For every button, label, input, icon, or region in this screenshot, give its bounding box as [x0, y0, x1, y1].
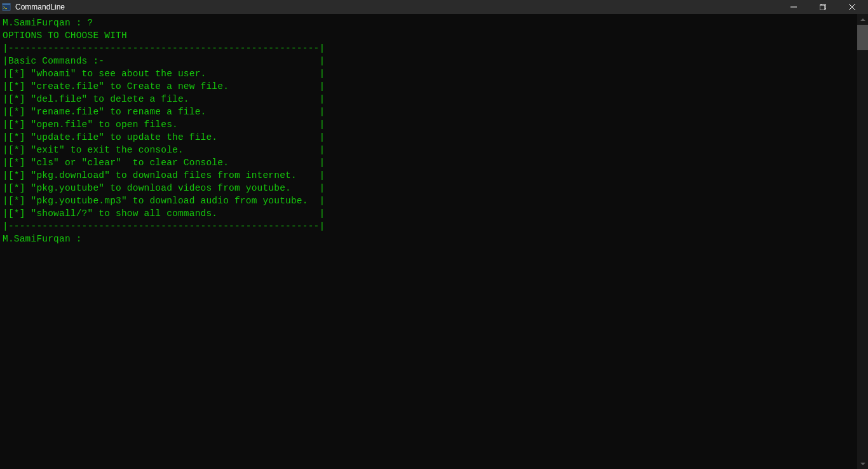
command-line: |[*] "pkg.youtube.mp3" to download audio… — [3, 196, 325, 206]
section-title: |Basic Commands :- | — [3, 56, 325, 66]
svg-rect-1 — [3, 4, 10, 5]
app-icon — [1, 2, 11, 12]
scroll-up-button[interactable] — [857, 14, 868, 25]
window-title: CommandLine — [15, 3, 65, 11]
minimize-button[interactable] — [779, 0, 808, 14]
window-titlebar: CommandLine — [0, 0, 868, 14]
vertical-scrollbar[interactable] — [857, 14, 868, 469]
prompt-line-1: M.SamiFurqan : ? — [3, 18, 93, 28]
command-line: |[*] "rename.file" to rename a file. | — [3, 107, 325, 117]
options-header: OPTIONS TO CHOOSE WITH — [3, 31, 127, 41]
scroll-thumb[interactable] — [857, 25, 868, 50]
command-line: |[*] "del.file" to delete a file. | — [3, 94, 325, 104]
command-line: |[*] "pkg.youtube" to download videos fr… — [3, 183, 325, 193]
command-line: |[*] "whoami" to see about the user. | — [3, 69, 325, 79]
command-line: |[*] "showall/?" to show all commands. | — [3, 208, 325, 219]
command-line: |[*] "open.file" to open files. | — [3, 119, 325, 130]
command-line: |[*] "pkg.download" to download files fr… — [3, 170, 325, 180]
command-line: |[*] "create.file" to Create a new file.… — [3, 81, 325, 92]
divider-bottom: |---------------------------------------… — [3, 221, 325, 231]
scroll-down-button[interactable] — [857, 458, 868, 469]
prompt-line-2: M.SamiFurqan : — [3, 234, 88, 244]
maximize-button[interactable] — [808, 0, 837, 14]
command-line: |[*] "cls" or "clear" to clear Console. … — [3, 158, 325, 168]
window-controls — [779, 0, 867, 14]
divider-top: |---------------------------------------… — [3, 43, 325, 53]
svg-rect-4 — [820, 5, 825, 10]
command-line: |[*] "exit" to exit the console. | — [3, 145, 325, 155]
terminal-area[interactable]: M.SamiFurqan : ? OPTIONS TO CHOOSE WITH … — [0, 14, 868, 469]
command-line: |[*] "update.file" to update the file. | — [3, 132, 325, 142]
close-button[interactable] — [837, 0, 867, 14]
terminal-output[interactable]: M.SamiFurqan : ? OPTIONS TO CHOOSE WITH … — [0, 14, 868, 248]
